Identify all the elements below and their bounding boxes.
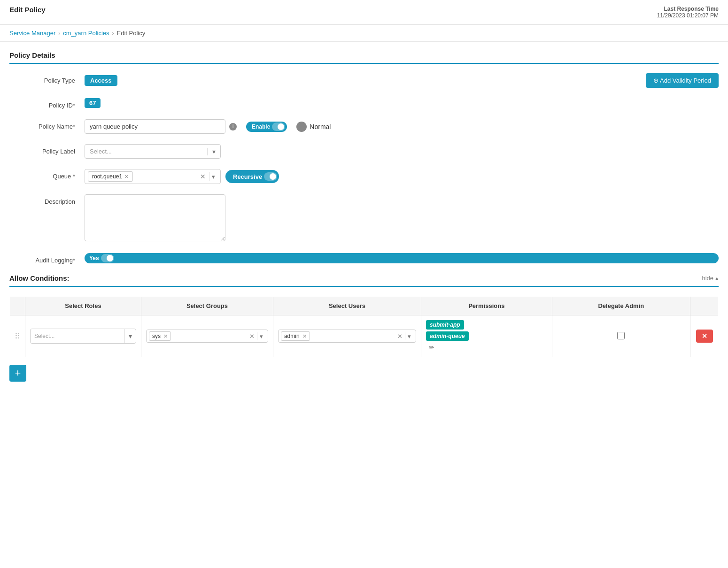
audit-yes-label: Yes xyxy=(89,255,99,261)
groups-tag: sys ✕ xyxy=(149,331,171,341)
last-response-label: Last Response Time xyxy=(657,6,719,12)
add-validity-period-button[interactable]: ⊕ Add Validity Period xyxy=(646,73,719,88)
roles-chevron-icon[interactable]: ▾ xyxy=(124,329,136,343)
queue-tag-input[interactable]: root.queue1 ✕ ✕ ▾ xyxy=(85,169,221,184)
policy-type-label: Policy Type xyxy=(9,73,85,84)
queue-tag: root.queue1 ✕ xyxy=(88,171,133,182)
groups-tag-value: sys xyxy=(152,333,161,339)
delete-row-button[interactable]: ✕ xyxy=(696,330,713,343)
hide-link[interactable]: hide ▴ xyxy=(702,275,719,282)
policy-label-select[interactable]: Select... ▾ xyxy=(85,144,221,159)
users-tag: admin ✕ xyxy=(281,331,310,341)
allow-conditions-header: Allow Conditions: hide ▴ xyxy=(9,274,719,287)
select-groups-header: Select Groups xyxy=(141,297,273,315)
groups-clear-button[interactable]: ✕ xyxy=(248,332,256,340)
policy-name-control: i Enable Normal xyxy=(85,119,719,134)
main-content: Policy Details Policy Type Access ⊕ Add … xyxy=(0,42,728,391)
audit-logging-toggle-wrapper: Yes xyxy=(85,253,719,263)
recursive-toggle-wrapper: Recursive xyxy=(225,170,279,183)
users-clear-button[interactable]: ✕ xyxy=(395,332,404,340)
policy-name-row: Policy Name* i Enable xyxy=(9,119,719,134)
table-row: ⠿ Select... ▾ sys ✕ xyxy=(10,315,719,357)
page-title: Edit Policy xyxy=(9,6,46,14)
groups-chevron-button[interactable]: ▾ xyxy=(257,332,265,340)
groups-tag-actions: ✕ ▾ xyxy=(248,332,265,340)
groups-tag-remove-icon[interactable]: ✕ xyxy=(163,333,168,339)
queue-clear-button[interactable]: ✕ xyxy=(198,172,208,181)
policy-name-input[interactable] xyxy=(85,119,225,134)
policy-label-placeholder: Select... xyxy=(85,145,207,158)
policy-type-row: Policy Type Access ⊕ Add Validity Period xyxy=(9,73,719,88)
policy-details-section-header: Policy Details xyxy=(9,51,719,64)
description-label: Description xyxy=(9,194,85,205)
policy-label-control: Select... ▾ xyxy=(85,144,719,159)
policy-label-label: Policy Label xyxy=(9,144,85,155)
users-tag-remove-icon[interactable]: ✕ xyxy=(302,333,307,339)
perm-edit-button[interactable]: ✏ xyxy=(426,343,437,352)
app-container: Edit Policy Last Response Time 11/29/202… xyxy=(0,0,728,568)
action-col-header xyxy=(690,297,719,315)
queue-chevron-button[interactable]: ▾ xyxy=(209,172,217,181)
breadcrumb-sep-1: › xyxy=(58,30,60,37)
add-condition-button[interactable]: + xyxy=(9,365,26,382)
drag-cell: ⠿ xyxy=(10,315,25,357)
queue-label: Queue * xyxy=(9,169,85,180)
policy-name-label: Policy Name* xyxy=(9,119,85,130)
policy-name-inner: i Enable Normal xyxy=(85,119,719,134)
breadcrumb-cm-yarn[interactable]: cm_yarn Policies xyxy=(63,30,109,37)
last-response: Last Response Time 11/29/2023 01:20:07 P… xyxy=(657,6,719,19)
users-chevron-button[interactable]: ▾ xyxy=(405,332,413,340)
policy-label-chevron-icon[interactable]: ▾ xyxy=(207,148,220,155)
groups-tag-input[interactable]: sys ✕ ✕ ▾ xyxy=(146,330,268,343)
perm-badge-admin-queue[interactable]: admin-queue xyxy=(426,331,469,341)
queue-control: root.queue1 ✕ ✕ ▾ Recursive xyxy=(85,169,719,184)
policy-id-label: Policy ID* xyxy=(9,98,85,109)
policy-id-row: Policy ID* 67 xyxy=(9,98,719,109)
breadcrumb-edit-policy: Edit Policy xyxy=(117,30,146,37)
perm-badge-submit-app[interactable]: submit-app xyxy=(426,320,464,330)
breadcrumb: Service Manager › cm_yarn Policies › Edi… xyxy=(0,25,728,42)
recursive-label: Recursive xyxy=(233,173,262,180)
description-control xyxy=(85,194,719,243)
users-tag-input[interactable]: admin ✕ ✕ ▾ xyxy=(278,330,416,343)
roles-placeholder: Select... xyxy=(31,330,124,342)
normal-circle-icon xyxy=(296,122,307,132)
delegate-admin-header: Delegate Admin xyxy=(552,297,690,315)
users-cell: admin ✕ ✕ ▾ xyxy=(273,315,421,357)
normal-toggle-wrapper: Normal xyxy=(296,122,331,132)
enable-toggle-wrapper: Enable xyxy=(246,122,287,132)
queue-tag-value: root.queue1 xyxy=(92,173,122,180)
description-row: Description xyxy=(9,194,719,243)
breadcrumb-sep-2: › xyxy=(112,30,114,37)
policy-type-badge: Access xyxy=(85,75,117,86)
delegate-admin-cell xyxy=(552,315,690,357)
audit-logging-control: Yes xyxy=(85,253,719,263)
queue-row: Queue * root.queue1 ✕ ✕ ▾ xyxy=(9,169,719,184)
drag-handle-icon[interactable]: ⠿ xyxy=(15,332,20,340)
policy-id-control: 67 xyxy=(85,98,719,108)
description-textarea[interactable] xyxy=(85,194,225,241)
permissions-header: Permissions xyxy=(421,297,552,315)
conditions-table: Select Roles Select Groups Select Users … xyxy=(9,296,719,357)
hide-label: hide xyxy=(702,275,713,282)
breadcrumb-service-manager[interactable]: Service Manager xyxy=(9,30,55,37)
queue-tag-remove-icon[interactable]: ✕ xyxy=(124,174,129,180)
allow-conditions-title: Allow Conditions: xyxy=(9,274,69,282)
groups-cell: sys ✕ ✕ ▾ xyxy=(141,315,273,357)
delegate-admin-checkbox[interactable] xyxy=(617,332,625,339)
enable-toggle[interactable] xyxy=(272,123,285,131)
audit-logging-label: Audit Logging* xyxy=(9,253,85,264)
select-roles-header: Select Roles xyxy=(25,297,141,315)
audit-logging-toggle[interactable] xyxy=(101,254,114,262)
policy-id-badge: 67 xyxy=(85,98,101,108)
info-icon[interactable]: i xyxy=(229,123,237,130)
chevron-up-icon: ▴ xyxy=(715,275,719,282)
last-response-time: 11/29/2023 01:20:07 PM xyxy=(657,12,719,19)
enable-label: Enable xyxy=(252,123,270,130)
recursive-toggle[interactable] xyxy=(264,172,277,181)
policy-type-control: Access ⊕ Add Validity Period xyxy=(85,73,719,88)
audit-logging-row: Audit Logging* Yes xyxy=(9,253,719,264)
users-tag-value: admin xyxy=(284,333,300,339)
policy-label-row: Policy Label Select... ▾ xyxy=(9,144,719,159)
roles-select[interactable]: Select... ▾ xyxy=(30,329,136,344)
